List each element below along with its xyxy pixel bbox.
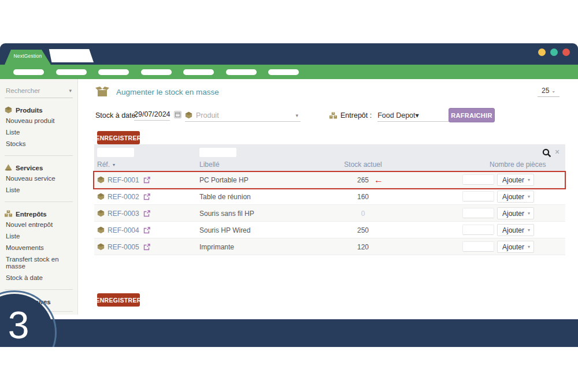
quantity-input[interactable] bbox=[462, 174, 494, 185]
box-icon bbox=[97, 193, 105, 200]
date-input[interactable]: 29/07/2024 bbox=[134, 110, 170, 121]
action-select[interactable]: Ajouter ▾ bbox=[497, 174, 534, 186]
ref-cell[interactable]: REF-0003 bbox=[97, 205, 150, 222]
box-icon bbox=[5, 106, 12, 114]
warehouse-label: Entrepôt : bbox=[340, 111, 372, 120]
box-icon bbox=[185, 111, 192, 119]
box-icon bbox=[97, 176, 105, 184]
nav-item-pill[interactable] bbox=[268, 69, 299, 75]
close-icon[interactable]: × bbox=[555, 147, 560, 156]
sidebar-section-items: Nouvel entrepôtListeMouvementsTransfert … bbox=[5, 219, 73, 283]
warehouse-select[interactable]: Food Depot ▾ bbox=[377, 109, 451, 122]
quantity-input[interactable] bbox=[462, 191, 494, 201]
brand-name: NextGestion bbox=[14, 53, 42, 61]
save-button-bottom[interactable]: ENREGISTRER bbox=[97, 293, 140, 307]
main-nav-bar bbox=[0, 65, 578, 79]
sidebar-section-label: Produits bbox=[16, 107, 43, 114]
label-cell: Table de réunion bbox=[199, 188, 251, 205]
sidebar-item[interactable]: Liste bbox=[5, 126, 73, 138]
table-row: REF-0003 Souris sans fil HP 0 Ajouter ▾ bbox=[94, 205, 565, 222]
red-dot[interactable] bbox=[562, 48, 570, 56]
sidebar-item[interactable]: Nouveau service bbox=[5, 173, 73, 184]
screenshot-root: NextGestion Rechercher ▾ Produits Nouvea… bbox=[0, 0, 578, 392]
quantity-input[interactable] bbox=[462, 208, 494, 218]
nav-item-pill[interactable] bbox=[98, 69, 129, 75]
external-link-icon[interactable] bbox=[143, 210, 150, 217]
column-stock: Stock actuel bbox=[337, 160, 389, 169]
quantity-input[interactable] bbox=[462, 241, 494, 252]
chevron-down-icon: ▾ bbox=[528, 194, 530, 199]
title-bar: NextGestion bbox=[0, 43, 578, 65]
external-link-icon[interactable] bbox=[143, 193, 150, 200]
sidebar-item[interactable]: Nouvel entrepôt bbox=[5, 219, 73, 230]
sidebar-item[interactable]: Stocks bbox=[5, 138, 73, 150]
sidebar-item[interactable]: Stock à date bbox=[5, 272, 73, 283]
nav-item-pill[interactable] bbox=[183, 69, 214, 75]
sidebar-section-header[interactable]: Produits bbox=[5, 106, 73, 114]
table-body: REF-0001 PC Portable HP 265 ← Ajouter ▾ … bbox=[94, 171, 565, 255]
warehouse-value: Food Depot bbox=[377, 111, 415, 120]
ref-cell[interactable]: REF-0001 bbox=[97, 171, 150, 188]
action-select[interactable]: Ajouter ▾ bbox=[497, 191, 534, 203]
table-row: REF-0001 PC Portable HP 265 ← Ajouter ▾ bbox=[94, 171, 565, 188]
sidebar-section-header[interactable]: Entrepôts bbox=[5, 210, 73, 218]
action-select-value: Ajouter bbox=[502, 226, 524, 234]
stock-cell: 160 bbox=[337, 188, 389, 205]
ref-cell[interactable]: REF-0004 bbox=[97, 222, 150, 238]
page-title-text: Augmenter le stock en masse bbox=[116, 88, 219, 96]
action-select[interactable]: Ajouter ▾ bbox=[497, 224, 534, 236]
stock-cell: 120 bbox=[337, 238, 389, 255]
sidebar-search-select[interactable]: Rechercher ▾ bbox=[5, 86, 73, 98]
label-filter-input[interactable] bbox=[199, 148, 236, 157]
date-label: Stock à date: bbox=[95, 111, 138, 120]
window-controls bbox=[538, 48, 570, 56]
product-select[interactable]: Produit ▾ bbox=[185, 109, 301, 122]
action-select-value: Ajouter bbox=[502, 176, 524, 184]
action-select[interactable]: Ajouter ▾ bbox=[497, 241, 534, 253]
action-select-value: Ajouter bbox=[502, 243, 524, 251]
chevron-down-icon: ▾ bbox=[528, 244, 530, 249]
ref-cell[interactable]: REF-0005 bbox=[97, 238, 150, 255]
sidebar-item[interactable]: Liste bbox=[5, 230, 73, 242]
refresh-button[interactable]: RAFRAICHIR bbox=[449, 108, 495, 122]
action-select-value: Ajouter bbox=[502, 210, 524, 218]
sidebar-section-items: Nouveau produitListeStocks bbox=[5, 115, 73, 150]
quantity-input[interactable] bbox=[462, 225, 494, 235]
page-title: Augmenter le stock en masse bbox=[95, 87, 219, 97]
save-button-top[interactable]: ENREGISTRER bbox=[97, 131, 140, 144]
external-link-icon[interactable] bbox=[143, 177, 150, 184]
calendar-icon[interactable] bbox=[174, 111, 181, 118]
sidebar-item[interactable]: Nouveau produit bbox=[5, 115, 73, 126]
action-select[interactable]: Ajouter ▾ bbox=[497, 207, 534, 219]
ref-text: REF-0005 bbox=[108, 243, 139, 251]
sidebar-section-header[interactable]: Services bbox=[5, 164, 73, 171]
search-icon[interactable] bbox=[542, 148, 551, 158]
nav-item-pill[interactable] bbox=[226, 69, 257, 75]
nav-item-pill[interactable] bbox=[13, 69, 44, 75]
search-placeholder: Rechercher bbox=[6, 87, 40, 94]
yellow-dot[interactable] bbox=[538, 48, 546, 56]
chevron-down-icon: ▾ bbox=[295, 113, 301, 118]
box-icon bbox=[97, 243, 105, 251]
cone-icon bbox=[5, 164, 12, 171]
teal-dot[interactable] bbox=[550, 48, 558, 56]
column-ref[interactable]: Réf. ▾ bbox=[97, 160, 115, 169]
ref-filter-input[interactable] bbox=[97, 148, 134, 157]
sidebar-item[interactable]: Mouvements bbox=[5, 242, 73, 253]
ref-cell[interactable]: REF-0002 bbox=[97, 188, 150, 205]
chevron-down-icon: ▾ bbox=[528, 177, 530, 182]
label-cell: Souris HP Wired bbox=[199, 222, 250, 238]
warehouse-icon bbox=[329, 112, 337, 119]
nav-item-pill[interactable] bbox=[56, 69, 87, 75]
page-size-select[interactable]: 25 ⌄ bbox=[538, 87, 560, 97]
sidebar-item[interactable]: Transfert stock en masse bbox=[5, 253, 73, 272]
sidebar-item[interactable]: Liste bbox=[5, 184, 73, 196]
sort-caret-icon: ▾ bbox=[113, 162, 115, 167]
external-link-icon[interactable] bbox=[143, 244, 150, 251]
ref-text: REF-0003 bbox=[108, 210, 139, 218]
external-link-icon[interactable] bbox=[143, 227, 150, 234]
chevron-down-icon: ▾ bbox=[416, 111, 419, 120]
nav-item-pill[interactable] bbox=[141, 69, 172, 75]
sidebar: Rechercher ▾ Produits Nouveau produitLis… bbox=[0, 79, 78, 315]
label-cell: Souris sans fil HP bbox=[199, 205, 254, 222]
